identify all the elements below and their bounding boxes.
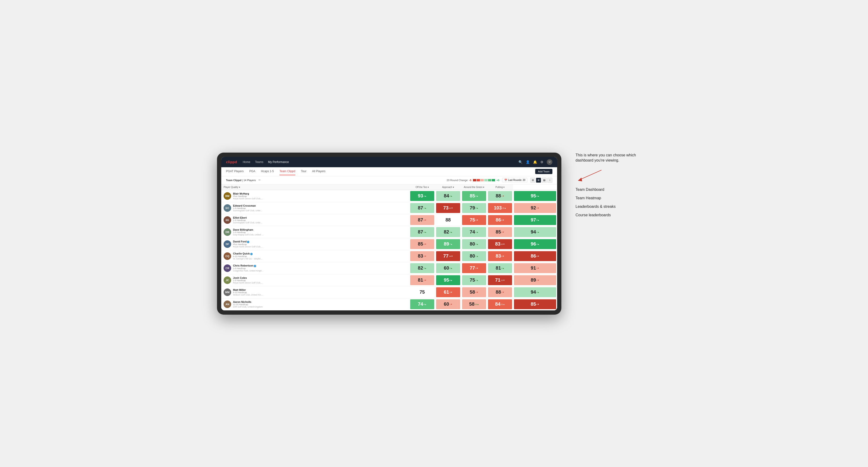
tablet-screen: clippd Home Teams My Performance 🔍 👤 🔔 ⚙… bbox=[221, 157, 557, 310]
subnav-allplayers[interactable]: All Players bbox=[312, 168, 326, 175]
score-change: 5▲ bbox=[536, 219, 539, 221]
score-value: 87 bbox=[418, 217, 423, 223]
col-header-putting[interactable]: Putting ▾ bbox=[487, 184, 513, 190]
player-handicap: 11-15 Handicap bbox=[233, 303, 263, 306]
profile-icon[interactable]: 👤 bbox=[526, 160, 530, 164]
verified-icon: ✓ bbox=[250, 253, 253, 255]
nav-link-teams[interactable]: Teams bbox=[255, 159, 263, 165]
svg-line-0 bbox=[580, 170, 601, 180]
player-avatar: AN bbox=[224, 301, 231, 308]
score-change: 3▼ bbox=[536, 207, 539, 209]
score-value: 58 bbox=[470, 289, 475, 295]
table-row: DFDavid Ford✓Plus HandicapRoyal North De… bbox=[221, 238, 557, 250]
edit-icon[interactable]: ✏ bbox=[258, 179, 261, 182]
player-name[interactable]: Elliot Ebert bbox=[233, 216, 264, 219]
player-name[interactable]: Dave Billingham bbox=[233, 228, 264, 231]
score-cell-4-4: 963▲ bbox=[513, 238, 557, 250]
col-header-around[interactable]: Around the Green ▾ bbox=[461, 184, 487, 190]
score-value: 88 bbox=[445, 217, 451, 223]
score-cell-8-2: 584▼ bbox=[461, 286, 487, 298]
view-btn-heat[interactable]: ▤ bbox=[541, 178, 547, 183]
score-cell-2-4: 975▲ bbox=[513, 214, 557, 226]
table-row: CQCharlie Quick✓6-10 HandicapSt. George'… bbox=[221, 250, 557, 262]
player-name[interactable]: Charlie Quick✓ bbox=[233, 252, 264, 255]
last-rounds-button[interactable]: 📅 Last Rounds: 20 bbox=[502, 178, 527, 182]
score-value: 96 bbox=[531, 241, 536, 247]
score-change: 2▼ bbox=[536, 279, 539, 281]
score-change: 3▼ bbox=[475, 267, 478, 269]
score-cell-4-3: 8310▼ bbox=[487, 238, 513, 250]
col-header-offtee[interactable]: Off the Tee ▾ bbox=[409, 184, 435, 190]
search-icon[interactable]: 🔍 bbox=[519, 160, 522, 164]
view-btn-sort[interactable]: ↕ bbox=[547, 178, 552, 183]
score-value: 61 bbox=[444, 289, 449, 295]
bell-icon[interactable]: 🔔 bbox=[533, 160, 537, 164]
score-value: 71 bbox=[495, 277, 500, 283]
player-name[interactable]: Josh Coles bbox=[233, 276, 264, 279]
score-change: 4▼ bbox=[475, 291, 478, 293]
score-value: 73 bbox=[443, 205, 448, 211]
player-name[interactable]: Matt Miller bbox=[233, 288, 264, 291]
score-change: 3▼ bbox=[475, 219, 478, 221]
score-value: 87 bbox=[418, 205, 423, 211]
settings-icon[interactable]: ⚙ bbox=[540, 160, 544, 164]
player-name[interactable]: David Ford✓ bbox=[233, 240, 264, 243]
nav-links: Home Teams My Performance bbox=[243, 159, 513, 165]
score-change: 3▼ bbox=[450, 291, 453, 293]
player-name[interactable]: Aaron Nicholls bbox=[233, 301, 263, 303]
nav-link-home[interactable]: Home bbox=[243, 159, 250, 165]
player-handicap: 1-5 Handicap bbox=[233, 231, 264, 234]
subnav-hcaps[interactable]: Hcaps 1-5 bbox=[261, 168, 274, 175]
view-btn-grid[interactable]: ⊞ bbox=[536, 178, 541, 183]
player-name[interactable]: Chris Robertson✓ bbox=[233, 264, 264, 267]
score-cell-6-4: 913▼ bbox=[513, 262, 557, 274]
logo: clippd bbox=[226, 160, 237, 164]
score-value: 60 bbox=[444, 302, 449, 307]
score-value: 89 bbox=[531, 277, 536, 283]
score-cell-6-0: 823▲ bbox=[409, 262, 435, 274]
heatmap-cell-red2 bbox=[477, 179, 480, 181]
player-club: Royal North Devon Golf Club, United King… bbox=[233, 246, 264, 248]
svg-marker-1 bbox=[578, 178, 582, 181]
score-change: 1▼ bbox=[450, 303, 453, 305]
player-cell-7: JCJosh Coles1-5 HandicapRoyal North Devo… bbox=[221, 274, 409, 286]
score-value: 77 bbox=[443, 253, 448, 259]
player-handicap: 1-5 Handicap bbox=[233, 219, 264, 221]
score-change: 3▲ bbox=[475, 243, 478, 245]
table-body: BMBlair McHargPlus HandicapRoyal North D… bbox=[221, 190, 557, 310]
subnav-tour[interactable]: Tour bbox=[301, 168, 306, 175]
avatar[interactable]: U bbox=[547, 159, 552, 165]
add-team-button[interactable]: Add Team bbox=[535, 169, 552, 174]
player-name[interactable]: Blair McHarg bbox=[233, 192, 264, 195]
score-change: 8▲ bbox=[450, 279, 453, 281]
score-change: 7▲ bbox=[450, 243, 453, 245]
score-value: 82 bbox=[444, 229, 449, 235]
score-change: 3▲ bbox=[424, 267, 427, 269]
score-value: 86 bbox=[531, 253, 536, 259]
score-value: 103 bbox=[494, 205, 502, 211]
subnav-teamclippd[interactable]: Team Clippd bbox=[280, 168, 295, 175]
nav-link-performance[interactable]: My Performance bbox=[268, 159, 289, 165]
subnav-pga[interactable]: PGA bbox=[249, 168, 255, 175]
score-cell-5-3: 836▼ bbox=[487, 250, 513, 262]
view-btn-list[interactable]: ⊟ bbox=[530, 178, 535, 183]
player-cell-5: CQCharlie Quick✓6-10 HandicapSt. George'… bbox=[221, 250, 409, 262]
change-positive: +5 bbox=[497, 179, 500, 182]
player-cell-0: BMBlair McHargPlus HandicapRoyal North D… bbox=[221, 190, 409, 202]
player-cell-1: ECEdward Crossman1-5 HandicapSunningdale… bbox=[221, 202, 409, 214]
col-header-player[interactable]: Player Quality ▾ bbox=[221, 184, 409, 190]
col-header-approach[interactable]: Approach ▾ bbox=[435, 184, 461, 190]
player-name[interactable]: Edward Crossman bbox=[233, 204, 264, 207]
score-cell-8-0: 75 bbox=[409, 286, 435, 298]
player-handicap: 1-5 Handicap bbox=[233, 207, 264, 210]
score-value: 80 bbox=[470, 241, 475, 247]
table-row: CRChris Robertson✓1-5 HandicapCraigmilla… bbox=[221, 262, 557, 274]
score-value: 82 bbox=[418, 266, 423, 271]
score-change: 1▲ bbox=[475, 231, 478, 233]
player-handicap: 1-5 Handicap bbox=[233, 279, 264, 282]
score-change: 4▼ bbox=[536, 303, 539, 305]
score-cell-8-3: 882▼ bbox=[487, 286, 513, 298]
round-change: 20 Round Change -5 +5 bbox=[447, 179, 500, 182]
subnav-pgat[interactable]: PGAT Players bbox=[226, 168, 244, 175]
score-change: 8▲ bbox=[424, 303, 427, 305]
